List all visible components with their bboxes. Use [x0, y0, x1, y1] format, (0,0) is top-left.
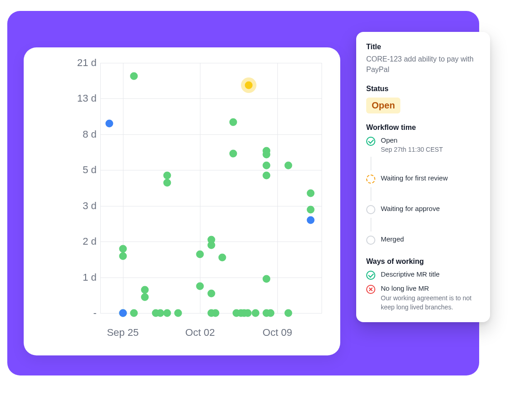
chart-y-tick: 5 d [59, 164, 97, 176]
chart-point[interactable] [307, 190, 314, 197]
wow-item-sub: Our working agreement is to not keep lon… [381, 294, 480, 312]
chart-point[interactable] [196, 283, 204, 290]
chart-point[interactable] [207, 289, 215, 297]
workflow-list: OpenSep 27th 11:30 CESTWaiting for first… [366, 136, 480, 247]
check-circle-icon [366, 137, 375, 146]
chart-point[interactable] [244, 309, 251, 317]
chart-x-tick: Oct 09 [263, 327, 292, 339]
wow-item: Descriptive MR title [366, 270, 480, 280]
chart-y-tick: 21 d [59, 57, 97, 69]
chart-y-tick: 3 d [59, 200, 97, 212]
workflow-connector [371, 157, 371, 170]
chart-point[interactable] [285, 161, 292, 169]
chart-point[interactable] [230, 118, 237, 126]
workflow-step-label: Waiting for first review [381, 174, 448, 182]
chart-x-tick: Oct 02 [185, 327, 215, 339]
status-badge: Open [366, 98, 400, 113]
workflow-section: Workflow time OpenSep 27th 11:30 CESTWai… [366, 123, 480, 247]
chart-point[interactable] [207, 241, 215, 249]
chart-card: Sep 25Oct 02Oct 09 -1 d2 d3 d5 d8 d13 d2… [24, 47, 340, 355]
chart-gridline-h [101, 134, 322, 135]
chart-point[interactable] [119, 245, 127, 252]
chart-point[interactable] [307, 206, 314, 213]
chart-point[interactable] [174, 309, 182, 317]
wow-item-label: Descriptive MR title [381, 270, 440, 278]
workflow-item: Waiting for approve [366, 205, 480, 235]
chart-gridline-v [277, 63, 278, 314]
chart-point[interactable] [230, 149, 237, 157]
wow-label: Ways of working [366, 257, 480, 266]
detail-panel: Title CORE-123 add ability to pay with P… [356, 32, 490, 322]
wow-section: Ways of working Descriptive MR titleNo l… [366, 257, 480, 312]
chart-gridline-h [101, 170, 322, 170]
chart-gridline-h [101, 63, 322, 63]
chart-y-tick: 2 d [59, 236, 97, 247]
chart-area: Sep 25Oct 02Oct 09 -1 d2 d3 d5 d8 d13 d2… [59, 63, 322, 314]
chart-point[interactable] [163, 309, 171, 317]
chart-point[interactable] [285, 309, 292, 317]
empty-circle-icon [366, 205, 375, 214]
chart-gridline-h [101, 206, 322, 206]
workflow-label: Workflow time [366, 123, 480, 132]
chart-x-tick: Sep 25 [107, 327, 139, 339]
workflow-step-label: Open [381, 136, 443, 144]
workflow-item: OpenSep 27th 11:30 CEST [366, 136, 480, 174]
x-circle-icon [366, 285, 375, 294]
workflow-connector [371, 218, 371, 231]
chart-plot[interactable]: Sep 25Oct 02Oct 09 [100, 63, 322, 314]
chart-point[interactable] [307, 216, 314, 224]
workflow-item: Waiting for first review [366, 174, 480, 205]
wow-item: No long live MROur working agreement is … [366, 284, 480, 312]
chart-point[interactable] [119, 252, 127, 260]
detail-status-label: Status [366, 85, 480, 93]
chart-point[interactable] [130, 309, 138, 317]
detail-title-value: CORE-123 add ability to pay with PayPal [366, 54, 480, 75]
chart-point[interactable] [262, 275, 270, 283]
detail-title-label: Title [366, 43, 480, 51]
chart-point[interactable] [119, 309, 127, 317]
chart-gridline-v [123, 63, 123, 314]
chart-point[interactable] [106, 120, 113, 128]
detail-title-section: Title CORE-123 add ability to pay with P… [366, 43, 480, 75]
workflow-step-label: Merged [381, 235, 404, 243]
chart-y-tick: - [59, 307, 97, 319]
workflow-step-label: Waiting for approve [381, 205, 440, 212]
chart-point[interactable] [245, 82, 252, 89]
workflow-item: Merged [366, 235, 480, 247]
chart-point[interactable] [218, 254, 226, 262]
workflow-step-sub: Sep 27th 11:30 CEST [381, 146, 443, 153]
empty-circle-icon [366, 236, 375, 245]
chart-point[interactable] [196, 250, 204, 258]
chart-point[interactable] [251, 309, 259, 317]
chart-gridline-h [101, 278, 322, 278]
chart-gridline-v [200, 63, 200, 314]
chart-point[interactable] [262, 172, 270, 180]
chart-point[interactable] [163, 172, 171, 180]
chart-point[interactable] [141, 286, 149, 294]
chart-point[interactable] [130, 72, 138, 80]
chart-y-tick: 13 d [59, 93, 97, 104]
wow-item-label: No long live MR [381, 284, 480, 292]
workflow-connector [371, 187, 371, 201]
chart-y-tick: 8 d [59, 129, 97, 140]
chart-gridline-h [101, 98, 322, 99]
chart-point[interactable] [212, 309, 220, 317]
detail-status-section: Status Open [366, 85, 480, 113]
chart-point[interactable] [141, 293, 149, 301]
chart-point[interactable] [262, 151, 270, 159]
chart-point[interactable] [267, 309, 275, 317]
dashed-circle-icon [366, 175, 375, 184]
wow-list: Descriptive MR titleNo long live MROur w… [366, 270, 480, 312]
chart-y-tick: 1 d [59, 272, 97, 283]
chart-point[interactable] [163, 179, 171, 186]
check-circle-icon [366, 271, 375, 280]
chart-point[interactable] [262, 161, 270, 169]
